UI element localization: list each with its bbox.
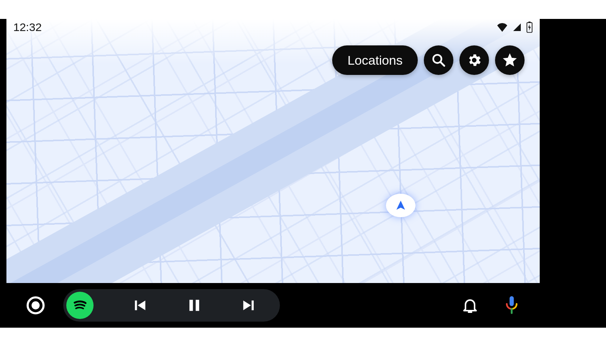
locations-button[interactable]: Locations bbox=[332, 45, 418, 75]
battery-charging-icon bbox=[526, 22, 533, 33]
cell-signal-icon bbox=[512, 23, 522, 32]
current-location-puck[interactable] bbox=[386, 194, 415, 217]
map-action-row: Locations bbox=[332, 45, 525, 75]
skip-next-icon bbox=[241, 297, 257, 314]
svg-rect-9 bbox=[251, 300, 254, 310]
navigation-arrow-icon bbox=[394, 199, 407, 212]
svg-rect-10 bbox=[509, 296, 514, 306]
svg-rect-8 bbox=[196, 300, 199, 311]
launcher-circle-icon bbox=[25, 295, 46, 316]
wifi-icon bbox=[497, 23, 508, 32]
svg-rect-7 bbox=[189, 300, 193, 311]
page-margin-top bbox=[0, 0, 606, 19]
skip-previous-icon bbox=[131, 297, 148, 314]
car-display: 12:32 Locations bbox=[6, 19, 540, 328]
system-navbar bbox=[6, 283, 540, 328]
assistant-mic-icon bbox=[503, 296, 520, 315]
status-icons bbox=[497, 22, 533, 33]
star-icon bbox=[501, 52, 518, 68]
status-bar: 12:32 bbox=[6, 19, 540, 36]
pause-icon bbox=[186, 297, 203, 314]
page-margin-bottom bbox=[0, 328, 606, 364]
spotify-icon bbox=[71, 296, 89, 314]
search-icon bbox=[431, 53, 446, 68]
svg-line-3 bbox=[440, 62, 444, 66]
previous-track-button[interactable] bbox=[131, 297, 148, 314]
notifications-icon bbox=[461, 296, 479, 314]
media-controls bbox=[63, 289, 280, 322]
launcher-button[interactable] bbox=[19, 295, 52, 316]
status-clock: 12:32 bbox=[13, 21, 42, 34]
settings-button[interactable] bbox=[459, 45, 489, 75]
favorites-button[interactable] bbox=[495, 45, 525, 75]
locations-label: Locations bbox=[347, 53, 403, 68]
svg-point-5 bbox=[31, 301, 39, 309]
pause-button[interactable] bbox=[186, 297, 203, 314]
svg-rect-1 bbox=[528, 22, 530, 23]
notifications-button[interactable] bbox=[455, 296, 485, 314]
gear-icon bbox=[466, 52, 482, 68]
next-track-button[interactable] bbox=[241, 297, 257, 314]
search-button[interactable] bbox=[424, 45, 453, 75]
spotify-app-button[interactable] bbox=[66, 292, 94, 319]
svg-rect-6 bbox=[135, 300, 137, 310]
assistant-button[interactable] bbox=[497, 296, 527, 315]
